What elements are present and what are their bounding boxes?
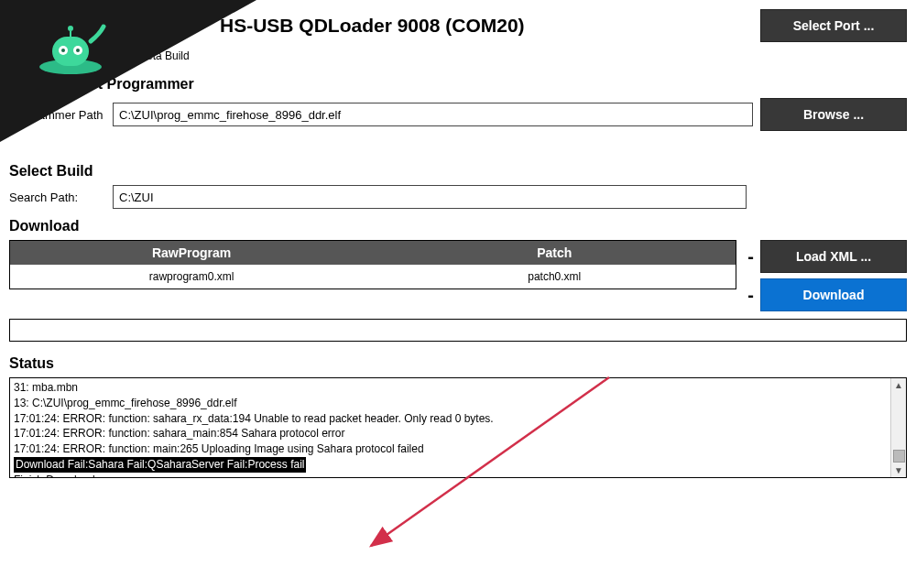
status-log: 31: mba.mbn 13: C:\ZUI\prog_emmc_firehos… xyxy=(9,377,907,478)
log-line: 17:01:24: ERROR: function: sahara_rx_dat… xyxy=(14,411,887,427)
svg-rect-1 xyxy=(52,37,89,66)
select-port-button[interactable]: Select Port ... xyxy=(760,9,907,42)
log-line: 17:01:24: ERROR: function: main:265 Uplo… xyxy=(14,441,887,457)
table-row[interactable]: rawprogram0.xml patch0.xml xyxy=(10,265,736,289)
progress-box xyxy=(9,319,907,342)
raw-cell: rawprogram0.xml xyxy=(10,265,373,289)
collapse-icon[interactable]: - xyxy=(744,252,758,261)
build-section-title: Select Build xyxy=(9,163,907,180)
svg-point-6 xyxy=(68,26,73,31)
page-title: HS-USB QDLoader 9008 (COM20) xyxy=(220,15,525,37)
status-section-title: Status xyxy=(9,355,907,372)
log-line: 31: mba.mbn xyxy=(14,380,887,396)
robot-logo xyxy=(32,14,110,81)
col-rawprogram: RawProgram xyxy=(10,241,373,265)
log-line-highlighted: Download Fail:Sahara Fail:QSaharaServer … xyxy=(14,457,306,473)
search-path-input[interactable] xyxy=(113,185,747,209)
scrollbar[interactable]: ▲ ▼ xyxy=(890,378,906,477)
col-patch: Patch xyxy=(373,241,736,265)
scroll-thumb[interactable] xyxy=(893,450,905,463)
scroll-up-icon[interactable]: ▲ xyxy=(894,380,903,390)
scroll-down-icon[interactable]: ▼ xyxy=(894,465,903,475)
log-line: 13: C:\ZUI\prog_emmc_firehose_8996_ddr.e… xyxy=(14,396,887,411)
log-line: 17:01:24: ERROR: function: sahara_main:8… xyxy=(14,426,887,441)
download-table: RawProgram Patch rawprogram0.xml patch0.… xyxy=(9,240,736,289)
patch-cell: patch0.xml xyxy=(373,265,736,289)
browse-button[interactable]: Browse ... xyxy=(760,98,907,131)
download-button[interactable]: Download xyxy=(760,278,907,311)
download-section-title: Download xyxy=(9,218,907,234)
svg-point-4 xyxy=(61,49,65,52)
search-path-label: Search Path: xyxy=(9,191,105,204)
load-xml-button[interactable]: Load XML ... xyxy=(760,240,907,273)
svg-point-5 xyxy=(76,49,80,52)
collapse-icon[interactable]: - xyxy=(744,290,758,299)
log-line: Finish Download xyxy=(14,473,887,478)
